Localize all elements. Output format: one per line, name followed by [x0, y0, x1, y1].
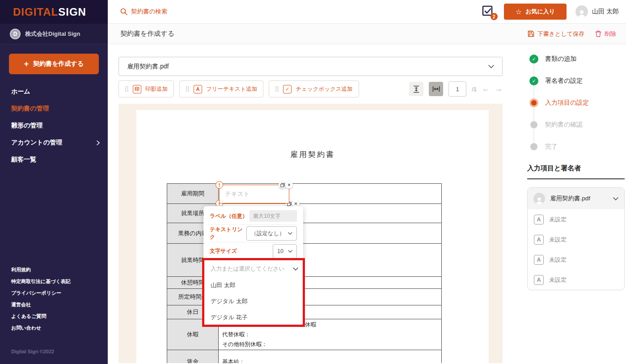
signers-heading: 入力項目と署名者: [527, 164, 625, 179]
step-set-signers: ✓ 署名者の設定: [529, 76, 626, 85]
chevron-down-icon: [488, 65, 494, 68]
save-draft-button[interactable]: 下書きとして保存: [528, 30, 584, 38]
add-seal-button[interactable]: 印 印影追加: [118, 80, 174, 97]
fit-width-icon: [432, 85, 440, 93]
text-field-overlay-1[interactable]: テキスト ! ×: [219, 185, 289, 203]
search-icon: [120, 8, 127, 15]
plus-icon: +: [24, 59, 29, 69]
fit-height-button[interactable]: [409, 82, 423, 96]
drag-handle-icon[interactable]: [186, 86, 190, 92]
page-number-input[interactable]: [448, 81, 466, 97]
user-menu[interactable]: 山田 太郎: [575, 5, 619, 18]
document-select[interactable]: 雇用契約書.pdf: [118, 57, 503, 76]
assignee-option[interactable]: デジタル 花子: [211, 309, 298, 326]
search-label: 契約書の検索: [131, 8, 167, 16]
sidebar-item-account[interactable]: アカウントの管理: [0, 134, 108, 151]
link-faq[interactable]: よくあるご質問: [11, 313, 108, 320]
link-contact[interactable]: お問い合わせ: [11, 325, 108, 331]
pdf-page: 雇用契約書 雇用期間 就業場所 業務の内容: [136, 110, 489, 363]
next-page-button[interactable]: →: [495, 85, 503, 93]
sidebar-footer: 利用規約 特定商取引法に基づく表記 プライバシーポリシー 運営会社 よくあるご質…: [0, 267, 108, 336]
company-selector[interactable]: D 株式会社Digital Sign: [0, 24, 108, 44]
row-label: 雇用期間: [167, 184, 219, 203]
progress-panel: ✓ 書類の追加 ✓ 署名者の設定 入力項目の設定 契約書の確認: [513, 44, 626, 364]
sidebar-item-templates[interactable]: 雛形の管理: [0, 117, 108, 134]
sidebar-nav: ホーム 契約書の管理 雛形の管理 アカウントの管理 顧客一覧: [0, 83, 108, 168]
sidebar-item-customers[interactable]: 顧客一覧: [0, 151, 108, 168]
chevron-right-icon: [97, 140, 100, 145]
text-link-select[interactable]: （設定なし）: [246, 226, 297, 241]
drag-handle-icon[interactable]: [275, 86, 279, 92]
required-warning-icon: !: [216, 181, 223, 189]
topbar: 契約書の検索 2 ☆ お気に入り 山田 太郎: [108, 0, 626, 24]
signer-file-header[interactable]: 雇用契約書.pdf: [528, 188, 624, 209]
page-title: 契約書を作成する: [120, 30, 174, 38]
fit-height-icon: [413, 85, 420, 93]
sidebar: DIGITALSIGN D 株式会社Digital Sign + 契約書を作成す…: [0, 0, 108, 364]
link-company[interactable]: 運営会社: [11, 301, 108, 308]
step-pending-icon: [530, 121, 537, 128]
input-field-item[interactable]: A 未設定: [528, 270, 624, 290]
user-name: 山田 太郎: [592, 8, 619, 16]
step-complete: 完了: [529, 142, 626, 151]
link-terms[interactable]: 利用規約: [11, 267, 108, 273]
step-done-icon: ✓: [529, 55, 538, 63]
logo-text-sign: SIGN: [58, 6, 86, 18]
step-pending-icon: [530, 143, 537, 150]
label-setting-label: ラベル（任意）: [210, 212, 248, 220]
stepper: ✓ 書類の追加 ✓ 署名者の設定 入力項目の設定 契約書の確認: [513, 55, 626, 151]
company-name: 株式会社Digital Sign: [25, 30, 80, 38]
link-privacy[interactable]: プライバシーポリシー: [11, 290, 108, 296]
checkbox-icon: ✓: [283, 85, 292, 93]
step-set-input-fields: 入力項目の設定: [529, 98, 626, 107]
sidebar-item-contracts[interactable]: 契約書の管理: [0, 100, 108, 117]
drag-handle-icon[interactable]: [125, 86, 129, 92]
editor-column: 雇用契約書.pdf 印 印影追加 A フリーテキスト追加: [108, 44, 513, 364]
chevron-down-icon: [288, 250, 292, 253]
assignee-dropdown-highlighted: 入力または選択してください 山田 太郎 デジタル 太郎 デジタル 花子: [202, 258, 305, 327]
step-current-icon: [529, 98, 538, 107]
copyright: Digital Sign ©2022: [0, 336, 108, 364]
text-field-icon: A: [534, 235, 544, 245]
prev-page-button[interactable]: ←: [482, 85, 490, 93]
link-commercial-law[interactable]: 特定商取引法に基づく表記: [11, 278, 108, 285]
label-input[interactable]: [250, 210, 297, 222]
create-contract-button[interactable]: + 契約書を作成する: [9, 54, 99, 74]
chevron-down-icon: [613, 197, 618, 200]
subheader-actions: 下書きとして保存 削除: [528, 30, 616, 38]
add-checkbox-button[interactable]: ✓ チェックボックス追加: [269, 80, 359, 97]
signer-avatar: [533, 193, 545, 204]
font-size-select[interactable]: 10: [273, 244, 297, 258]
company-avatar: D: [10, 29, 21, 39]
fit-width-button[interactable]: [429, 82, 443, 96]
document-select-value: 雇用契約書.pdf: [127, 63, 169, 71]
assignee-placeholder: 入力または選択してください: [211, 265, 284, 273]
close-icon[interactable]: ×: [285, 181, 293, 189]
topbar-right: 2 ☆ お気に入り 山田 太郎: [482, 4, 619, 20]
text-field-icon: A: [534, 255, 544, 265]
field-placeholder: テキスト: [225, 190, 250, 198]
sidebar-item-home[interactable]: ホーム: [0, 83, 108, 100]
favorites-label: お気に入り: [525, 8, 555, 16]
delete-button[interactable]: 削除: [595, 30, 616, 38]
text-link-row: テキストリンク （設定なし）: [210, 225, 297, 242]
input-field-item[interactable]: A 未設定: [528, 209, 624, 229]
font-size-label: 文字サイズ: [210, 247, 237, 255]
tasks-count-badge: 2: [491, 13, 498, 20]
content: 雇用契約書.pdf 印 印影追加 A フリーテキスト追加: [108, 44, 626, 364]
input-field-item[interactable]: A 未設定: [528, 229, 624, 250]
assignee-option[interactable]: デジタル 太郎: [211, 293, 298, 309]
document-title: 雇用契約書: [136, 149, 489, 160]
input-field-item[interactable]: A 未設定: [528, 250, 624, 270]
assignee-select[interactable]: 入力または選択してください: [211, 260, 298, 277]
brand-logo[interactable]: DIGITALSIGN: [0, 0, 108, 24]
contract-search[interactable]: 契約書の検索: [120, 8, 167, 16]
seal-icon: 印: [133, 85, 141, 93]
field-settings-popup: ラベル（任意） テキストリンク （設定なし） 文字サイズ: [203, 206, 303, 261]
assignee-option[interactable]: 山田 太郎: [211, 277, 298, 293]
tasks-button[interactable]: 2: [482, 5, 495, 18]
favorites-button[interactable]: ☆ お気に入り: [504, 4, 567, 20]
floppy-icon: [528, 30, 534, 37]
add-free-text-button[interactable]: A フリーテキスト追加: [179, 80, 263, 97]
view-controls: /1 ← →: [409, 81, 503, 97]
